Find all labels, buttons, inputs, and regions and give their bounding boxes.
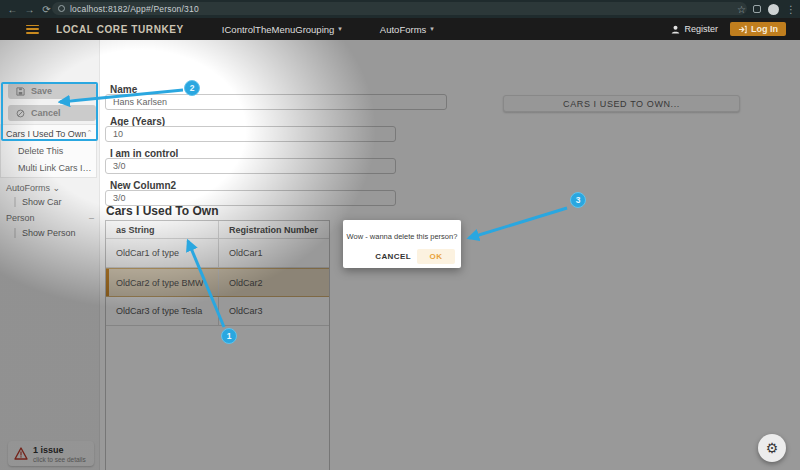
sidebar-item-show-person[interactable]: Show Person (14, 228, 76, 238)
cars-i-used-to-own-button[interactable]: CARS I USED TO OWN... (503, 95, 740, 112)
address-bar[interactable]: localhost:8182/App#/Person/310 (52, 2, 747, 15)
cars-menu-group: Cars I Used To Own ⌃ Delete This Multi L… (0, 124, 97, 178)
table-row[interactable]: OldCar1 of type OldCar1 (106, 239, 329, 268)
input-name[interactable] (105, 94, 447, 110)
dialog-cancel-button[interactable]: CANCEL (375, 252, 411, 261)
table-title: Cars I Used To Own (106, 204, 218, 218)
collapse-icon: – (89, 213, 94, 223)
chevron-down-icon: ▾ (338, 25, 342, 33)
app-bar: LOCAL CORE TURNKEY IControlTheMenuGroupi… (0, 18, 800, 40)
menu-icontrolthemenugrouping[interactable]: IControlTheMenuGrouping▾ (222, 24, 342, 35)
sidebar-item-show-car[interactable]: Show Car (14, 197, 62, 207)
chevron-down-icon: ▾ (430, 25, 434, 33)
table-row[interactable]: OldCar3 of type Tesla OldCar3 (106, 297, 329, 326)
brand-title: LOCAL CORE TURNKEY (56, 24, 184, 35)
input-age[interactable] (105, 126, 396, 142)
issue-notification[interactable]: 1 issue click to see details (8, 441, 94, 466)
dialog-message: Wow - wanna delete this person? (343, 232, 461, 241)
bookmark-star-icon[interactable]: ☆ (737, 4, 746, 15)
hamburger-menu-icon[interactable] (26, 25, 39, 34)
login-icon (738, 25, 747, 34)
warning-triangle-icon (14, 447, 28, 460)
menu-autoforms[interactable]: AutoForms▾ (380, 24, 434, 35)
browser-menu-icon[interactable]: ⋮ (786, 4, 796, 15)
save-button[interactable]: Save (8, 83, 96, 99)
table-header-row: as String Registration Number (106, 221, 329, 239)
site-info-icon[interactable] (58, 5, 65, 12)
menu-item-delete-this[interactable]: Delete This (18, 146, 94, 156)
col-header-registration: Registration Number (218, 221, 329, 238)
issue-count: 1 issue (33, 445, 86, 455)
chevron-up-icon: ⌃ (86, 129, 92, 139)
screenshot-frame: ← → ⟳ localhost:8182/App#/Person/310 ☆ ⋮… (0, 0, 800, 470)
person-icon (671, 25, 680, 34)
dialog-ok-button[interactable]: OK (417, 249, 455, 264)
section-autoforms[interactable]: AutoForms ⌄ (6, 183, 94, 193)
profile-avatar[interactable] (768, 4, 779, 15)
gear-icon: ⚙ (766, 441, 779, 455)
input-i-am-in-control[interactable] (105, 158, 396, 174)
issue-subtitle: click to see details (33, 456, 86, 463)
sidebar: Save Cancel Cars I Used To Own ⌃ Delete … (0, 40, 100, 470)
menu-item-multi-link[interactable]: Multi Link Cars I Used To Own (18, 163, 94, 173)
settings-fab[interactable]: ⚙ (758, 434, 786, 462)
col-header-as-string: as String (106, 221, 218, 238)
back-icon[interactable]: ← (4, 4, 21, 15)
save-floppy-icon (16, 87, 25, 96)
url-text: localhost:8182/App#/Person/310 (70, 4, 199, 14)
extensions-icon[interactable] (753, 5, 761, 13)
login-button[interactable]: Log In (730, 22, 786, 36)
table-row-selected[interactable]: OldCar2 of type BMW OldCar2 (106, 268, 329, 297)
cancel-button[interactable]: Cancel (8, 105, 96, 121)
forward-icon[interactable]: → (21, 4, 38, 15)
menu-group-cars-i-used-to-own[interactable]: Cars I Used To Own ⌃ (1, 125, 96, 139)
delete-confirmation-dialog: Wow - wanna delete this person? CANCEL O… (343, 220, 461, 268)
section-person[interactable]: Person– (6, 213, 94, 223)
browser-toolbar: ← → ⟳ localhost:8182/App#/Person/310 ☆ ⋮ (0, 0, 800, 18)
cars-table: as String Registration Number OldCar1 of… (105, 220, 330, 470)
cancel-slash-icon (16, 109, 25, 118)
register-link[interactable]: Register (671, 24, 718, 34)
